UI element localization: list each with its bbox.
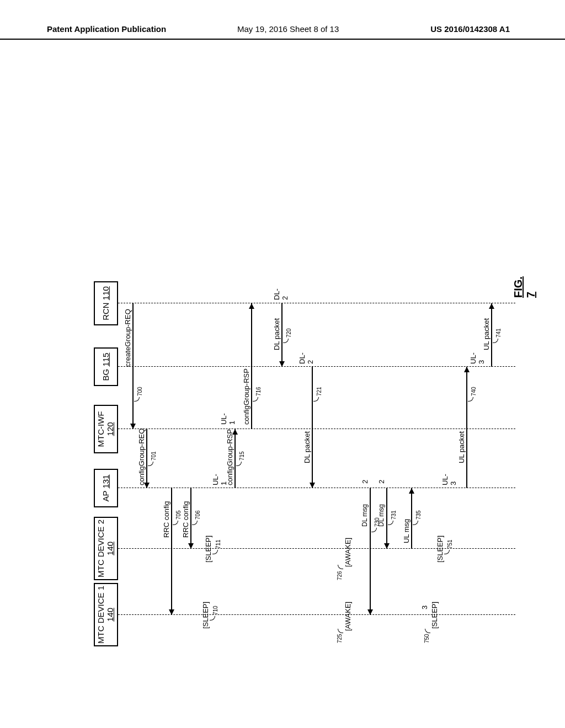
lifeline-line-rcn (118, 303, 515, 303)
msg-ul-packet-2 (491, 303, 492, 367)
ref-735: 735 (415, 510, 422, 520)
state-sleep-mtc2: [SLEEP] (204, 536, 212, 563)
arrow-741 (489, 303, 494, 309)
refarc-706 (192, 521, 198, 525)
arrow-700 (130, 424, 136, 429)
ref-725: 725 (337, 634, 343, 643)
label-dl-packet-2: DL packet (303, 431, 311, 463)
refarc-735 (413, 521, 418, 525)
lifeline-mtc2-ref: 140 (105, 542, 115, 555)
lifeline-mtc2: MTC DEVICE 2 140 (94, 517, 118, 580)
msg-rrc-config-1 (171, 488, 172, 615)
msg-config-group-req (146, 429, 147, 488)
msg-config-group-rsp-2 (251, 303, 252, 429)
arrow-735 (409, 488, 414, 494)
msg-rrc-config-2 (190, 488, 191, 549)
ref-700: 700 (137, 387, 143, 396)
msg-ul-msg (411, 488, 412, 549)
label-ul3b: UL-3 (469, 352, 486, 364)
ref-731: 731 (391, 510, 397, 520)
label-dl2b: DL-2 (298, 352, 315, 364)
lifeline-rcn-ref: 110 (101, 286, 110, 300)
refarc-726 (338, 565, 343, 569)
label-ul-packet-1: UL packet (457, 431, 466, 463)
lifeline-iwf-ref: 120 (105, 422, 115, 436)
label-dl-packet-1: DL packet (273, 318, 281, 350)
ref-701: 701 (151, 451, 157, 461)
refarc-711 (212, 550, 218, 554)
label-dl-msg-1: DL msg (361, 504, 369, 527)
label-ul3a: UL-3 (441, 474, 457, 485)
label-config-group-req: configGroup-REQ (137, 429, 146, 485)
label-two-b: 2 (377, 480, 386, 484)
figure-label: FIG. 7 (512, 276, 537, 298)
ref-740: 740 (471, 387, 477, 396)
lifeline-ap: AP 131 (94, 469, 118, 507)
figure-label-num: 7 (525, 292, 537, 298)
arrow-731 (384, 543, 390, 549)
arrow-705 (169, 609, 174, 615)
label-two-a: 2 (361, 480, 369, 484)
lifeline-bg: BG 115 (94, 347, 118, 386)
refarc-710 (210, 616, 215, 620)
lifeline-rcn-title: RCN (101, 300, 110, 320)
label-dl-msg-2: DL msg (377, 504, 385, 527)
ref-706: 706 (195, 510, 201, 520)
page: Patent Application Publication May 19, 2… (0, 0, 565, 728)
msg-create-group-req (132, 303, 134, 429)
lifeline-line-bg (118, 366, 515, 367)
refarc-750 (425, 629, 430, 633)
state-sleep-mtc2-2: [SLEEP] (436, 536, 444, 563)
refarc-730 (371, 528, 377, 532)
ref-726: 726 (337, 571, 343, 580)
label-rrc-config-1: RRC config (162, 501, 170, 538)
arrow-716 (249, 303, 254, 309)
refarc-701 (148, 462, 153, 466)
refarc-740 (468, 397, 473, 402)
label-rrc-config-2: RRC config (182, 501, 190, 538)
ref-721: 721 (316, 387, 322, 396)
msg-dl-packet-2 (312, 367, 313, 488)
lifeline-bg-title: BG (101, 367, 110, 381)
label-dl2a: DL-2 (273, 288, 289, 300)
lifeline-mtc1-ref: 140 (105, 608, 115, 622)
state-awake-mtc2: [AWAKE] (344, 538, 352, 567)
ref-715: 715 (239, 451, 245, 461)
lifeline-rcn: RCN 110 (94, 281, 118, 325)
refarc-731 (388, 521, 393, 525)
lifeline-line-mtc1 (118, 614, 515, 615)
ref-751: 751 (447, 539, 453, 549)
ref-720: 720 (286, 328, 292, 338)
arrow-720 (279, 361, 285, 367)
lifeline-ap-ref: 131 (101, 475, 110, 489)
header-center: May 19, 2016 Sheet 8 of 13 (237, 24, 339, 34)
msg-dl-msg-1 (370, 488, 371, 615)
arrow-740 (464, 367, 470, 372)
refarc-720 (283, 339, 289, 343)
lifeline-mtc2-title: MTC DEVICE 2 (96, 520, 105, 577)
state-sleep-mtc1: [SLEEP] (201, 602, 210, 629)
ref-710: 710 (212, 606, 218, 615)
msg-config-group-rsp-1 (234, 429, 236, 488)
label-three: 3 (420, 606, 429, 609)
arrow-706 (188, 543, 194, 549)
ref-705: 705 (175, 510, 182, 520)
lifeline-iwf: MTC-IWF 120 (94, 405, 118, 453)
lifeline-line-iwf (118, 429, 515, 429)
lifeline-line-ap (118, 488, 515, 488)
msg-ul-packet-1 (466, 367, 467, 488)
label-ul1a: UL-1 (211, 474, 228, 485)
refarc-705 (173, 521, 178, 525)
refarc-700 (134, 397, 140, 402)
refarc-751 (444, 550, 450, 554)
lifeline-ap-title: AP (101, 489, 110, 502)
label-config-group-rsp-2: configGroup-RSP (242, 368, 250, 425)
ref-750: 750 (424, 634, 430, 643)
label-create-group-req: createGroup-REQ (124, 309, 132, 367)
lifeline-mtc1: MTC DEVICE 1 140 (94, 583, 118, 646)
label-ul-msg: UL msg (402, 519, 411, 543)
refarc-715 (236, 462, 242, 466)
figure-label-prefix: FIG. (512, 276, 524, 298)
msg-dl-msg-2 (386, 488, 387, 549)
refarc-716 (253, 397, 258, 402)
